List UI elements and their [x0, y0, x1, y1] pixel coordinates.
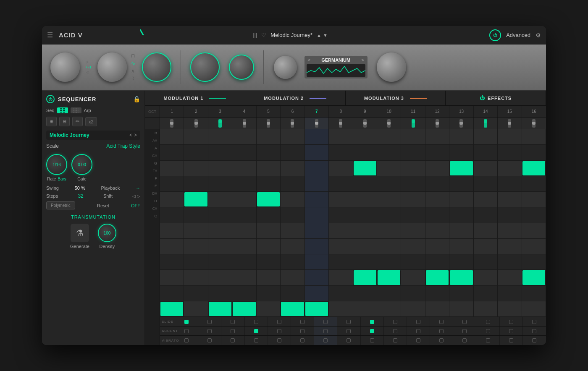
- accent-16[interactable]: [523, 327, 546, 335]
- cell-D#-2[interactable]: [184, 254, 208, 269]
- cell-F-4[interactable]: [232, 223, 256, 238]
- cell-E-4[interactable]: [232, 239, 256, 254]
- accent-14[interactable]: [476, 327, 499, 335]
- tab-modulation-2[interactable]: MODULATION 2: [245, 91, 346, 105]
- cell-A#-5[interactable]: [257, 145, 281, 160]
- osc-knob-2[interactable]: [97, 52, 127, 82]
- cell-E-10[interactable]: [377, 239, 401, 254]
- cell-C#-9[interactable]: [353, 286, 377, 301]
- cell-A#-14[interactable]: [474, 145, 498, 160]
- cell-C-11[interactable]: [401, 301, 425, 316]
- accent-1[interactable]: [175, 327, 198, 335]
- cell-F#-10[interactable]: [377, 207, 401, 222]
- cell-G#-16[interactable]: [522, 176, 546, 191]
- cell-F-12[interactable]: [425, 223, 449, 238]
- cell-D#-10[interactable]: [377, 254, 401, 269]
- cell-F#-11[interactable]: [401, 207, 425, 222]
- cell-C-1[interactable]: [160, 302, 184, 316]
- vibrato-4[interactable]: [245, 336, 268, 345]
- favorite-icon[interactable]: ♡: [261, 32, 266, 38]
- cell-B-9[interactable]: [353, 129, 377, 144]
- tool-btn-1[interactable]: ⊞: [46, 117, 57, 126]
- cell-F#-13[interactable]: [449, 207, 473, 222]
- cell-D-15[interactable]: [498, 270, 522, 285]
- cell-C-6[interactable]: [281, 302, 304, 316]
- accent-2[interactable]: [198, 327, 221, 335]
- slide-3[interactable]: [221, 317, 244, 326]
- oct-6[interactable]: [281, 118, 304, 129]
- accent-3[interactable]: [221, 327, 244, 335]
- tool-btn-2[interactable]: ⊟: [59, 117, 70, 126]
- cell-F-8[interactable]: [329, 223, 353, 238]
- cell-G#-4[interactable]: [232, 176, 256, 191]
- vibrato-6[interactable]: [291, 336, 314, 345]
- slide-16[interactable]: [523, 317, 546, 326]
- accent-8[interactable]: [337, 327, 360, 335]
- cell-D-10[interactable]: [378, 270, 401, 285]
- cell-C#-14[interactable]: [474, 286, 498, 301]
- cell-C#-8[interactable]: [329, 286, 353, 301]
- cell-C-9[interactable]: [353, 301, 377, 316]
- slide-8[interactable]: [337, 317, 360, 326]
- vibrato-1[interactable]: [175, 336, 198, 345]
- vibrato-2[interactable]: [198, 336, 221, 345]
- preset-prev-btn[interactable]: <: [129, 132, 132, 138]
- cell-C-14[interactable]: [474, 301, 498, 316]
- cell-F-14[interactable]: [474, 223, 498, 238]
- cell-F-16[interactable]: [522, 223, 546, 238]
- oct-14[interactable]: [474, 118, 498, 129]
- oct-13[interactable]: [449, 118, 473, 129]
- slide-10[interactable]: [384, 317, 407, 326]
- cell-C#-15[interactable]: [498, 286, 522, 301]
- cell-D-2[interactable]: [184, 270, 208, 285]
- cell-C-8[interactable]: [329, 301, 353, 316]
- cell-G#-3[interactable]: [208, 176, 232, 191]
- cell-B-8[interactable]: [329, 129, 353, 144]
- cell-D#-12[interactable]: [425, 254, 449, 269]
- cell-F-15[interactable]: [498, 223, 522, 238]
- cell-A-6[interactable]: [281, 161, 304, 176]
- cell-A#-12[interactable]: [425, 145, 449, 160]
- cell-E-8[interactable]: [329, 239, 353, 254]
- accent-11[interactable]: [407, 327, 430, 335]
- cell-F-5[interactable]: [257, 223, 281, 238]
- accent-9[interactable]: [361, 327, 384, 335]
- gate-knob[interactable]: 0.00: [71, 154, 92, 175]
- rate-knob[interactable]: 1/16: [46, 154, 67, 175]
- cell-G#-14[interactable]: [474, 176, 498, 191]
- cell-G#-1[interactable]: [160, 176, 184, 191]
- cell-C-10[interactable]: [377, 301, 401, 316]
- cell-G#-13[interactable]: [449, 176, 473, 191]
- cell-D#-3[interactable]: [208, 254, 232, 269]
- cell-D-16[interactable]: [522, 270, 546, 285]
- slide-9[interactable]: [361, 317, 384, 326]
- vibrato-16[interactable]: [523, 336, 546, 345]
- cell-A-13[interactable]: [450, 161, 473, 175]
- cell-C-4[interactable]: [233, 302, 256, 316]
- cell-D-8[interactable]: [329, 270, 353, 285]
- cell-D-5[interactable]: [257, 270, 281, 285]
- cell-A-1[interactable]: [160, 161, 184, 176]
- slide-6[interactable]: [291, 317, 314, 326]
- filter-res-knob[interactable]: [190, 52, 220, 82]
- cell-A-10[interactable]: [377, 161, 401, 176]
- cell-F#-16[interactable]: [522, 207, 546, 222]
- lock-icon[interactable]: 🔒: [133, 96, 140, 102]
- cell-G#-11[interactable]: [401, 176, 425, 191]
- cell-G-15[interactable]: [498, 192, 522, 207]
- cell-F-3[interactable]: [208, 223, 232, 238]
- cell-F#-8[interactable]: [329, 207, 353, 222]
- cell-B-10[interactable]: [377, 129, 401, 144]
- cell-D#-1[interactable]: [160, 254, 184, 269]
- power-button[interactable]: ⏻: [489, 29, 501, 41]
- cell-C-12[interactable]: [425, 301, 449, 316]
- vibrato-15[interactable]: [500, 336, 523, 345]
- cell-A-5[interactable]: [257, 161, 281, 176]
- seq-step-btn[interactable]: ⣿⣿: [71, 107, 81, 113]
- tab-modulation-1[interactable]: MODULATION 1: [145, 91, 245, 105]
- cell-D#-11[interactable]: [401, 254, 425, 269]
- cell-G#-5[interactable]: [257, 176, 281, 191]
- slide-15[interactable]: [500, 317, 523, 326]
- cell-F#-1[interactable]: [160, 207, 184, 222]
- slide-4[interactable]: [245, 317, 268, 326]
